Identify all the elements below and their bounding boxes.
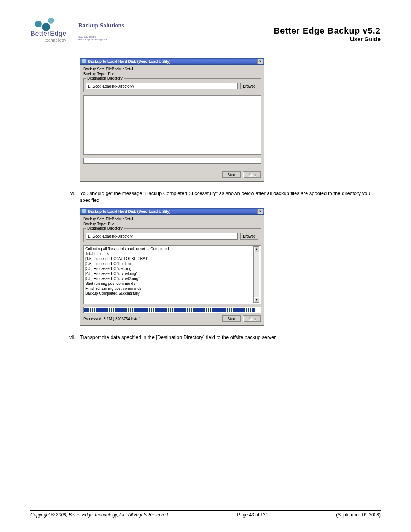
- step-text: You should get the message "Backup Compl…: [80, 190, 381, 204]
- step-marker: vi.: [65, 190, 80, 204]
- set-label: Backup Set:: [83, 217, 104, 221]
- footer-copyright: Copyright © 2008, Better Edge Technology…: [30, 512, 169, 518]
- window-body: Backup Set: FileBackupSet-1 Backup Type:…: [80, 215, 264, 325]
- stop-button: Stop: [243, 315, 261, 322]
- logo-text: BetterEdge: [30, 30, 67, 38]
- close-icon[interactable]: ×: [257, 209, 263, 214]
- log-line: Collecting all files in this backup set …: [85, 246, 253, 251]
- log-line: Total Files = 5: [85, 251, 253, 256]
- page-header: BetterEdge technology Backup Solutions C…: [30, 15, 381, 49]
- seed-load-window-2: Backup to Local Hard Disk (Seed Load Uti…: [80, 208, 264, 326]
- footer-page: Page 43 of 121: [169, 512, 336, 518]
- log-area: Collecting all files in this backup set …: [83, 245, 261, 304]
- doc-subtitle: User Guide: [274, 36, 381, 42]
- document-page: BetterEdge technology Backup Solutions C…: [0, 0, 411, 532]
- log-line: Backup Completed Successfully: [85, 291, 253, 296]
- browse-button[interactable]: Browse: [240, 233, 258, 240]
- progress-bar-full: [83, 307, 261, 313]
- type-value: File: [108, 222, 114, 226]
- destination-fieldset: Destination Directory Browse: [83, 78, 261, 92]
- dest-legend: Destination Directory: [86, 226, 124, 230]
- destination-fieldset: Destination Directory Browse: [83, 228, 261, 242]
- log-line: [1/5] Processed 'C:\AUTOEXEC.BAT': [85, 256, 253, 261]
- header-right: Better Edge Backup v5.2 User Guide: [274, 15, 381, 42]
- scroll-up-icon[interactable]: ▲: [254, 246, 259, 252]
- log-line: Finished running post-commands: [85, 286, 253, 291]
- step-vii: vii. Transport the data specified in the…: [65, 334, 381, 341]
- destination-input[interactable]: [86, 233, 238, 240]
- titlebar[interactable]: Backup to Local Hard Disk (Seed Load Uti…: [80, 58, 264, 65]
- start-button[interactable]: Start: [222, 315, 241, 322]
- progress-bar-empty: [83, 158, 261, 164]
- bs-copy1: Copyright 2008 ©: [78, 36, 124, 38]
- logo-block: BetterEdge technology Backup Solutions C…: [30, 15, 126, 46]
- footer-date: (September 16, 2008): [336, 512, 381, 518]
- log-line: [5/5] Processed 'C:\drvnet2.img': [85, 276, 253, 281]
- page-footer: Copyright © 2008, Better Edge Technology…: [30, 510, 381, 518]
- set-value: FileBackupSet-1: [106, 217, 134, 221]
- scroll-down-icon[interactable]: ▼: [254, 297, 259, 303]
- log-line: [4/5] Processed 'C:\drvnet.img': [85, 271, 253, 276]
- log-line: [2/5] Processed 'C:\boot.ini': [85, 261, 253, 266]
- bs-title: Backup Solutions: [78, 22, 124, 29]
- start-button[interactable]: Start: [222, 171, 241, 178]
- window-title: Backup to Local Hard Disk (Seed Load Uti…: [88, 209, 170, 214]
- backup-solutions-block: Backup Solutions Copyright 2008 © Better…: [76, 18, 126, 43]
- step-vi: vi. You should get the message "Backup C…: [65, 190, 381, 204]
- set-label: Backup Set:: [83, 67, 104, 71]
- app-icon: [82, 59, 86, 64]
- log-lines: Collecting all files in this backup set …: [85, 246, 253, 303]
- close-icon[interactable]: ×: [257, 59, 263, 64]
- seed-load-window-1: Backup to Local Hard Disk (Seed Load Uti…: [80, 58, 264, 182]
- type-value: File: [108, 72, 114, 76]
- destination-input[interactable]: [86, 83, 238, 89]
- step-text: Transport the data specified in the [Des…: [80, 334, 381, 341]
- step-marker: vii.: [65, 334, 80, 341]
- log-line: Start running post-commands: [85, 281, 253, 286]
- window-title: Backup to Local Hard Disk (Seed Load Uti…: [88, 59, 170, 64]
- bs-copy2: Better Edge Technology, Inc.: [78, 38, 124, 41]
- browse-button[interactable]: Browse: [240, 83, 258, 89]
- content: Backup to Local Hard Disk (Seed Load Uti…: [34, 58, 381, 341]
- log-scrollbar[interactable]: ▲ ▼: [253, 246, 259, 303]
- type-label: Backup Type:: [83, 72, 106, 76]
- processed-status: Processed: 3.1M ( 3206754 byte ): [83, 317, 141, 321]
- type-label: Backup Type:: [83, 222, 106, 226]
- scroll-track[interactable]: [254, 252, 259, 297]
- set-value: FileBackupSet-1: [106, 67, 134, 71]
- app-icon: [82, 209, 86, 214]
- log-line: [3/5] Processed 'C:\dell.img': [85, 266, 253, 271]
- titlebar[interactable]: Backup to Local Hard Disk (Seed Load Uti…: [80, 208, 264, 215]
- betteredge-logo-icon: BetterEdge technology: [30, 15, 67, 46]
- doc-title: Better Edge Backup v5.2: [274, 26, 381, 36]
- logo-sub: technology: [45, 38, 67, 42]
- dest-legend: Destination Directory: [86, 76, 124, 80]
- window-body: Backup Set: FileBackupSet-1 Backup Type:…: [80, 65, 264, 181]
- stop-button: Stop: [243, 171, 261, 178]
- log-area-empty: [83, 95, 261, 155]
